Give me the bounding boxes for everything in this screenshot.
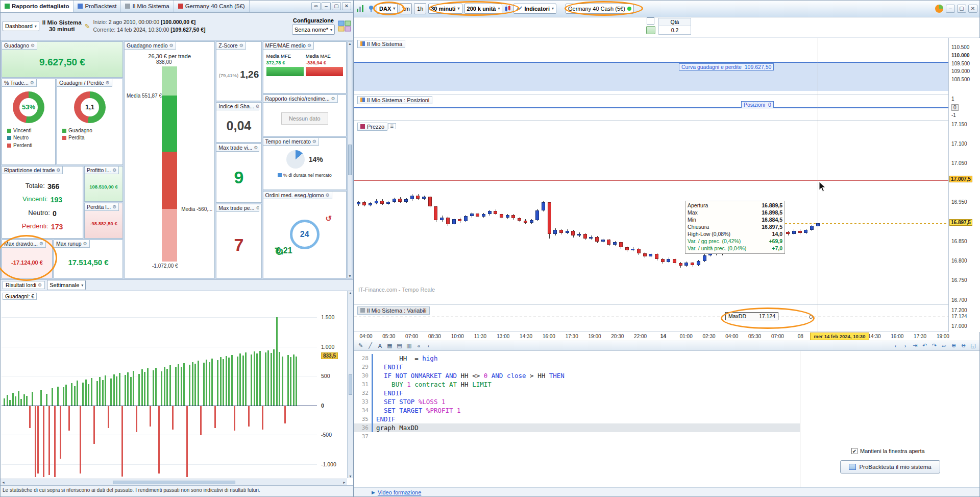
time-label[interactable]: 07:00 — [771, 334, 784, 339]
time-label[interactable]: 01:00 — [680, 334, 693, 339]
code-line[interactable]: 33 SET STOP %LOSS 1 — [354, 397, 800, 406]
chart-type-icon[interactable] — [356, 5, 365, 13]
code-text[interactable]: SET TARGET %PROFIT 1 — [372, 406, 800, 415]
fullscreen-icon[interactable]: ◱ — [969, 342, 977, 350]
scroll-right-icon[interactable]: › — [901, 342, 910, 350]
tab-germany-40-cash-5-[interactable]: Germany 40 Cash (5€) — [174, 1, 250, 12]
period-select[interactable]: Settimanale▾ — [47, 280, 86, 290]
card-pct-trade-label[interactable]: % Trade...⚙ — [2, 79, 37, 87]
card-guadagno-medio-label[interactable]: Guadagno medio⚙ — [124, 41, 176, 50]
probacktest-button[interactable]: ProBacktesta il mio sistema — [840, 460, 940, 474]
card-time-in-market-label[interactable]: Tempo nel mercato⚙ — [263, 137, 319, 146]
time-label[interactable]: 17:30 — [914, 334, 926, 339]
results-type-label[interactable]: Risultati lordi⚙ — [3, 281, 45, 289]
card-perdita-label[interactable]: Perdita l...⚙ — [84, 203, 119, 211]
checkbox-icon[interactable]: ✔ — [851, 448, 857, 454]
chart-horizontal-scrollbar[interactable]: ◄► — [1, 479, 347, 485]
card-orders-per-day-label[interactable]: Ordini med. eseg./giorno⚙ — [263, 191, 332, 199]
code-line[interactable]: 32 ENDIF — [354, 389, 800, 397]
time-label[interactable]: 14:30 — [868, 334, 880, 339]
zoom-out-icon[interactable]: ⊖ — [959, 342, 968, 350]
time-label[interactable]: 05:30 — [382, 334, 395, 339]
time-axis[interactable]: 04:0005:3007:0008:3010:0011:3013:0014:30… — [354, 332, 948, 341]
code-text[interactable]: BUY 1 contract AT HH LIMIT — [372, 380, 800, 389]
time-label[interactable]: 11:30 — [474, 334, 486, 339]
price-chart-area[interactable]: Il Mio Sistema Il Mio Sistema : Posizion… — [354, 38, 979, 341]
time-label[interactable]: 10:00 — [451, 334, 464, 339]
card-max-drawdown-label[interactable]: Max drawdo...⚙ — [2, 240, 46, 248]
maximize-button[interactable]: ▢ — [332, 2, 341, 10]
dashboard-layout-icon[interactable] — [338, 20, 351, 32]
card-risk-reward-label[interactable]: Rapporto rischio/rendime...⚙ — [263, 94, 338, 103]
panel-label-variabili[interactable]: Il Mio Sistema : Variabili — [357, 306, 430, 315]
code-line[interactable]: 30 IF NOT ONMARKET AND HH <> 0 AND close… — [354, 371, 800, 380]
timeframe-1h-button[interactable]: 1h — [414, 3, 426, 14]
time-label[interactable]: 17:30 — [566, 334, 578, 339]
code-text[interactable]: ENDIF — [372, 363, 800, 371]
time-label[interactable]: 19:00 — [937, 334, 949, 339]
card-max-runup-label[interactable]: Max runup⚙ — [54, 240, 90, 248]
code-line[interactable]: 31 BUY 1 contract AT HH LIMIT — [354, 380, 800, 389]
price-options-icon[interactable]: ≣ — [388, 123, 396, 129]
draw-tools-icon[interactable]: ✎ — [356, 342, 365, 350]
code-line[interactable]: 28 HH = high — [354, 354, 800, 363]
code-text[interactable]: graph MaxDD — [372, 423, 800, 432]
time-label[interactable]: 08 — [798, 334, 803, 339]
close-button[interactable]: ✕ — [968, 5, 977, 13]
redo-icon[interactable]: ↷ — [930, 342, 939, 350]
code-line[interactable]: 35ENDIF — [354, 415, 800, 423]
card-mfe-mae-label[interactable]: MFE/MAE medio⚙ — [263, 41, 314, 50]
zoom-in-icon[interactable]: ⊕ — [949, 342, 958, 350]
code-editor[interactable]: 28 HH = high29 ENDIF30 IF NOT ONMARKET A… — [354, 351, 800, 487]
minimize-button[interactable]: – — [322, 2, 331, 10]
price-scale[interactable]: 110.500110.000109.500109.000108.50010-11… — [948, 38, 980, 332]
tab-probacktest[interactable]: ProBacktest — [74, 1, 121, 12]
candlestick-icon[interactable] — [504, 5, 511, 13]
link-icon[interactable]: ∞ — [311, 2, 321, 10]
active-instrument-label[interactable]: Germany 40 Cash (5€) — [566, 4, 634, 14]
keep-window-open[interactable]: ✔ Mantieni la finestra aperta — [851, 448, 925, 454]
calculator-icon[interactable] — [646, 26, 655, 34]
instrument-select[interactable]: DAX▾ — [377, 4, 398, 14]
card-sharpe-label[interactable]: Indice di Sha...⚙ — [216, 102, 259, 110]
sheet-icon[interactable] — [647, 17, 654, 25]
configuration-select[interactable]: Senza nome*▾ — [292, 25, 335, 35]
code-line[interactable]: 37 — [354, 432, 800, 441]
time-label[interactable]: 19:00 — [588, 334, 601, 339]
grid-icon[interactable]: ▦ — [385, 342, 394, 350]
panels-icon[interactable]: ▥ — [405, 342, 413, 350]
timeframe-select[interactable]: 30 minuti▾ — [428, 4, 462, 14]
pin-icon[interactable] — [368, 5, 375, 13]
time-label[interactable]: 04:00 — [725, 334, 738, 339]
table-icon[interactable]: ▤ — [395, 342, 404, 350]
time-label[interactable]: 08:30 — [428, 334, 441, 339]
card-guadagno-label[interactable]: Guadagno⚙ — [2, 41, 37, 50]
code-text[interactable]: HH = high — [372, 354, 800, 363]
card-profitto-label[interactable]: Profitto l...⚙ — [84, 166, 119, 174]
time-label[interactable]: 16:00 — [891, 334, 903, 339]
card-zscore-label[interactable]: Z-Score⚙ — [216, 41, 246, 50]
tab-rapporto-dettagliato[interactable]: Rapporto dettagliato — [1, 1, 74, 12]
code-line[interactable]: 34 SET TARGET %PROFIT 1 — [354, 406, 800, 415]
line-tool-icon[interactable]: ╱ — [366, 342, 375, 350]
card-max-win-streak-label[interactable]: Max trade vi...⚙ — [216, 144, 259, 152]
time-label[interactable]: 20:30 — [611, 334, 624, 339]
card-gp-ratio-label[interactable]: Guadagni / Perdite⚙ — [57, 79, 112, 87]
collapse-left-icon[interactable]: « — [414, 342, 423, 350]
chart-vertical-scrollbar[interactable]: ▲▼ — [347, 291, 353, 478]
units-select[interactable]: 200 k unità▾ — [464, 4, 503, 14]
code-line[interactable]: 29 ENDIF — [354, 363, 800, 371]
scrollbar-thumb[interactable] — [348, 145, 352, 175]
time-label[interactable]: 04:00 — [359, 334, 372, 339]
code-text[interactable]: SET STOP %LOSS 1 — [372, 397, 800, 406]
code-text[interactable]: IF NOT ONMARKET AND HH <> 0 AND close > … — [372, 371, 800, 380]
text-tool-icon[interactable]: A — [376, 342, 384, 350]
indicators-select[interactable]: Indicatori▾ — [513, 4, 556, 14]
minimize-button[interactable]: – — [946, 5, 955, 13]
time-label[interactable]: 16:00 — [543, 334, 555, 339]
time-label[interactable]: 07:00 — [405, 334, 418, 339]
scroll-left-icon[interactable]: ‹ — [891, 342, 900, 350]
maximize-button[interactable]: ▢ — [957, 5, 966, 13]
edit-icon[interactable]: ✎ — [85, 22, 90, 30]
time-label[interactable]: 02:30 — [702, 334, 715, 339]
